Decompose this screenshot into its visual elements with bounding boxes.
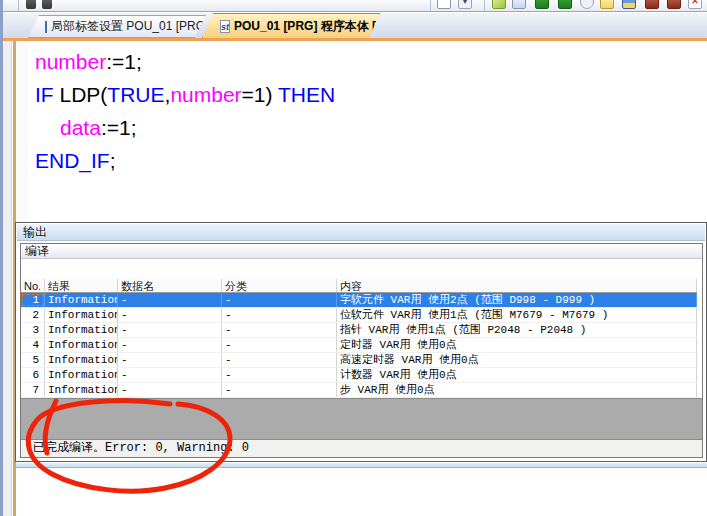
cell-category: - xyxy=(222,308,337,322)
output-panel-title: 输出 xyxy=(17,224,705,241)
code-token: LDP( xyxy=(60,83,108,106)
code-line: IF LDP(TRUE,number=1) THEN xyxy=(35,78,335,111)
code-token: number xyxy=(35,50,106,73)
top-toolbar: ▾✕ xyxy=(0,0,707,12)
device-table-icon[interactable] xyxy=(622,0,636,9)
cell-result: Information xyxy=(45,353,118,367)
cell-category: - xyxy=(222,293,337,307)
zoom-icon[interactable] xyxy=(580,0,594,9)
tab-local-label-settings[interactable]: 局部标签设置 POU_01 [PRG] xyxy=(28,15,206,38)
cell-dataname: 数据名 xyxy=(118,279,222,292)
printer-icon[interactable] xyxy=(42,0,52,9)
st-file-icon: st xyxy=(220,20,230,33)
clipboard-icon[interactable] xyxy=(26,0,36,9)
cell-no: 5 xyxy=(21,353,45,367)
cell-dataname: - xyxy=(118,383,222,397)
view-dropdown-icon[interactable]: ▾ xyxy=(458,0,472,9)
table-empty-area xyxy=(21,398,702,439)
doc-comment-icon[interactable] xyxy=(512,0,526,9)
cell-content: 计数器 VAR用 使用0点 xyxy=(337,368,697,382)
cell-no: 4 xyxy=(21,338,45,352)
cell-content: 字软元件 VAR用 使用2点 (范围 D998 - D999 ) xyxy=(337,293,697,307)
cell-category: - xyxy=(222,323,337,337)
cell-dataname: - xyxy=(118,308,222,322)
cell-result: Information xyxy=(45,338,118,352)
table-header-row: No.结果数据名分类内容 xyxy=(21,279,697,293)
toolbar-separator xyxy=(430,0,431,12)
tab-label: POU_01 [PRG] 程序本体 [S... xyxy=(234,18,394,35)
code-line: END_IF; xyxy=(35,144,335,177)
cell-result: Information xyxy=(45,293,118,307)
editor-gutter xyxy=(16,41,28,222)
cell-dataname: - xyxy=(118,323,222,337)
edit-pencil-icon[interactable] xyxy=(492,0,506,9)
cell-result: Information xyxy=(45,383,118,397)
code-line: data:=1; xyxy=(35,111,335,144)
cell-dataname: - xyxy=(118,293,222,307)
delete-doc-icon[interactable]: ✕ xyxy=(688,0,702,9)
code-token: ; xyxy=(110,149,116,172)
code-token: THEN xyxy=(278,83,335,106)
tab-label: 局部标签设置 POU_01 [PRG] xyxy=(51,18,208,35)
cell-content: 位软元件 VAR用 使用1点 (范围 M7679 - M7679 ) xyxy=(337,308,697,322)
cell-no: 1 xyxy=(21,293,45,307)
code-token: END_IF xyxy=(35,149,110,172)
cell-no: 6 xyxy=(21,368,45,382)
compile-section-title: 编译 xyxy=(21,244,702,259)
table-row[interactable]: 5Information--高速定时器 VAR用 使用0点 xyxy=(21,353,697,368)
cell-result: 结果 xyxy=(45,279,118,292)
cell-dataname: - xyxy=(118,353,222,367)
cell-no: 7 xyxy=(21,383,45,397)
cell-content: 指针 VAR用 使用1点 (范围 P2048 - P2048 ) xyxy=(337,323,697,337)
code-token: IF xyxy=(35,83,60,106)
table-row[interactable]: 2Information--位软元件 VAR用 使用1点 (范围 M7679 -… xyxy=(21,308,697,323)
document-tabbar: 局部标签设置 POU_01 [PRG] st POU_01 [PRG] 程序本体… xyxy=(0,13,707,38)
output-panel: 输出 编译 No.结果数据名分类内容1Information--字软元件 VAR… xyxy=(15,222,707,462)
code-token: =1) xyxy=(242,83,278,106)
panel-bottom-band xyxy=(16,463,707,468)
table-row[interactable]: 1Information--字软元件 VAR用 使用2点 (范围 D998 - … xyxy=(21,293,697,308)
st-code-editor[interactable]: number:=1;IF LDP(TRUE,number=1) THENdata… xyxy=(16,41,707,222)
cell-category: - xyxy=(222,353,337,367)
cell-content: 高速定时器 VAR用 使用0点 xyxy=(337,353,697,367)
table-row[interactable]: 7Information--步 VAR用 使用0点 xyxy=(21,383,697,398)
cell-category: - xyxy=(222,368,337,382)
docked-panel-strip xyxy=(3,41,12,516)
cell-result: Information xyxy=(45,323,118,337)
cell-content: 定时器 VAR用 使用0点 xyxy=(337,338,697,352)
code-token: number xyxy=(170,83,241,106)
search-back-icon[interactable] xyxy=(535,0,549,9)
search-forward-icon[interactable] xyxy=(558,0,572,9)
compile-status-text: 已完成编译。Error: 0, Warning: 0 xyxy=(21,439,702,457)
cell-result: Information xyxy=(45,368,118,382)
cell-content: 步 VAR用 使用0点 xyxy=(337,383,697,397)
cell-no: No. xyxy=(21,279,45,292)
cell-result: Information xyxy=(45,308,118,322)
compile-result-panel: 编译 No.结果数据名分类内容1Information--字软元件 VAR用 使… xyxy=(20,243,703,458)
code-line: number:=1; xyxy=(35,45,335,78)
new-window-icon[interactable] xyxy=(437,0,451,9)
plc-read-icon[interactable] xyxy=(667,0,681,9)
code-token: :=1; xyxy=(101,116,137,139)
cell-category: - xyxy=(222,338,337,352)
gx-works2-window: ▾✕ 局部标签设置 POU_01 [PRG] st POU_01 [PRG] 程… xyxy=(0,0,707,516)
sheet-icon[interactable] xyxy=(600,0,614,9)
close-tab-icon[interactable]: × xyxy=(400,19,408,34)
code-token: data xyxy=(60,116,101,139)
code-token: :=1; xyxy=(106,50,142,73)
table-row[interactable]: 3Information--指针 VAR用 使用1点 (范围 P2048 - P… xyxy=(21,323,697,338)
plc-write-icon[interactable] xyxy=(645,0,659,9)
label-table-icon xyxy=(45,21,47,33)
cell-dataname: - xyxy=(118,368,222,382)
cell-content: 内容 xyxy=(337,279,697,292)
cell-dataname: - xyxy=(118,338,222,352)
table-row[interactable]: 4Information--定时器 VAR用 使用0点 xyxy=(21,338,697,353)
toolbar-separator xyxy=(484,0,485,12)
code-block: number:=1;IF LDP(TRUE,number=1) THENdata… xyxy=(35,45,335,177)
table-row[interactable]: 6Information--计数器 VAR用 使用0点 xyxy=(21,368,697,383)
cell-category: - xyxy=(222,383,337,397)
code-token: TRUE xyxy=(107,83,164,106)
toolbar-separator xyxy=(18,0,19,12)
tab-program-body[interactable]: st POU_01 [PRG] 程序本体 [S... × xyxy=(202,13,380,38)
cell-category: 分类 xyxy=(222,279,337,292)
